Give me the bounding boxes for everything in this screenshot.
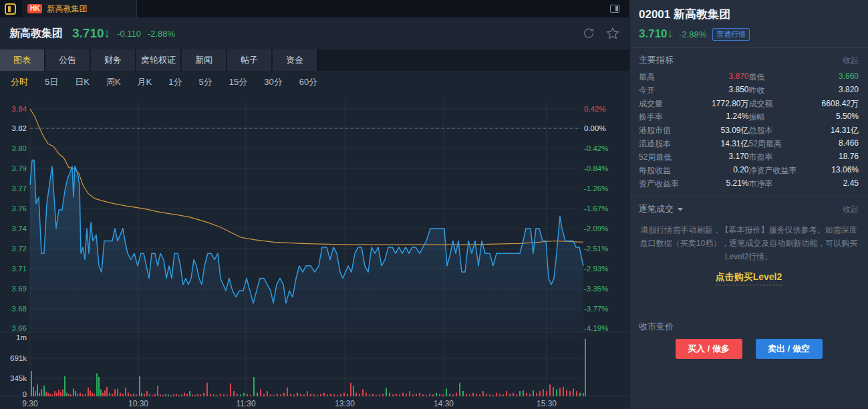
volume-bar xyxy=(39,393,40,396)
period-tab-1[interactable]: 5日 xyxy=(45,76,58,88)
volume-bar xyxy=(432,394,434,396)
indicator-label: 振幅 xyxy=(749,112,765,123)
period-tab-2[interactable]: 日K xyxy=(75,76,90,88)
volume-bar xyxy=(419,393,420,396)
volume-bar xyxy=(88,388,89,396)
volume-bar xyxy=(194,395,196,396)
volume-bar xyxy=(343,393,345,396)
tab-6[interactable]: 资金 xyxy=(273,49,317,71)
volume-bar xyxy=(566,390,567,396)
volume-bar xyxy=(323,393,325,396)
volume-bar xyxy=(51,394,53,396)
volume-bar xyxy=(516,394,517,396)
buy-long-button[interactable]: 买入 / 做多 xyxy=(676,339,742,359)
volume-bar xyxy=(66,393,67,396)
indicator-label: 52周最低 xyxy=(639,152,672,163)
volume-bar xyxy=(297,393,298,396)
volume-bar xyxy=(402,393,404,396)
volume-bar xyxy=(122,394,124,396)
percent-axis-label: 0.00% xyxy=(584,124,606,132)
period-tab-3[interactable]: 周K xyxy=(106,76,121,88)
tab-2[interactable]: 财务 xyxy=(91,49,135,71)
panel-change-percent: -2.88% xyxy=(679,29,706,39)
volume-bar xyxy=(583,393,584,396)
quote-level-badge[interactable]: 普通行情 xyxy=(712,28,750,41)
tab-1[interactable]: 公告 xyxy=(45,49,90,71)
period-tab-0[interactable]: 分时 xyxy=(11,76,28,88)
volume-bar xyxy=(192,394,193,396)
volume-bar xyxy=(165,394,166,396)
tab-3[interactable]: 窝轮权证 xyxy=(136,49,180,71)
period-tabs: 分时5日日K周K月K1分5分15分30分60分 xyxy=(0,71,629,94)
favorite-star-icon[interactable] xyxy=(606,27,619,40)
period-tab-4[interactable]: 月K xyxy=(138,76,152,88)
tab-0[interactable]: 图表 xyxy=(0,49,44,71)
collapse-ticks-button[interactable]: 收起 xyxy=(843,204,859,215)
volume-bar xyxy=(176,394,177,396)
volume-bar xyxy=(519,391,521,396)
volume-bar xyxy=(389,393,390,396)
volume-bar xyxy=(181,394,182,396)
volume-bar xyxy=(412,394,414,396)
indicator-row: 52周最低3.170市盈率18.76 xyxy=(639,150,859,164)
indicator-value: 6608.42万 xyxy=(822,98,859,110)
period-tab-6[interactable]: 5分 xyxy=(198,76,212,88)
price-axis-label: 3.72 xyxy=(12,245,27,253)
average-price-line xyxy=(30,109,583,245)
volume-bar xyxy=(253,377,255,396)
volume-bar xyxy=(563,387,564,396)
volume-bar xyxy=(340,394,341,396)
sidebar-toggle-icon[interactable] xyxy=(5,3,16,15)
indicator-value: 1.24% xyxy=(726,112,748,123)
price-area-fill xyxy=(30,160,583,332)
percent-axis-label: -0.42% xyxy=(584,144,608,152)
volume-bar xyxy=(70,394,71,396)
indicator-label: 换手率 xyxy=(639,112,663,123)
indicator-label: 资产收益率 xyxy=(639,178,679,190)
panel-toggle-icon[interactable] xyxy=(610,5,619,13)
tab-4[interactable]: 新闻 xyxy=(182,49,226,71)
stock-tab-label: 新高教集团 xyxy=(47,3,87,15)
sell-short-button[interactable]: 卖出 / 做空 xyxy=(756,339,823,359)
indicator-row: 成交量1772.80万成交额6608.42万 xyxy=(639,97,859,110)
volume-bar xyxy=(144,394,145,396)
function-tabs: 图表公告财务窝轮权证新闻帖子资金 xyxy=(0,49,629,71)
period-tab-8[interactable]: 30分 xyxy=(264,76,282,88)
collapse-indicators-button[interactable]: 收起 xyxy=(843,55,859,66)
intraday-chart[interactable]: 3.843.823.803.793.773.763.743.723.713.69… xyxy=(0,94,629,409)
volume-bar xyxy=(399,394,400,396)
volume-bar xyxy=(533,390,534,396)
period-tab-7[interactable]: 15分 xyxy=(229,76,247,88)
volume-bar xyxy=(452,394,454,396)
volume-bar xyxy=(327,394,328,396)
volume-bar xyxy=(502,394,504,396)
volume-bar xyxy=(422,394,424,396)
tab-5[interactable]: 帖子 xyxy=(227,49,271,71)
period-tab-5[interactable]: 1分 xyxy=(168,76,182,88)
volume-bar xyxy=(436,393,437,396)
volume-bar xyxy=(41,389,42,396)
volume-bar xyxy=(136,394,137,396)
indicator-row: 最高3.870最低3.660 xyxy=(639,70,859,84)
volume-bar xyxy=(227,395,228,396)
volume-bar xyxy=(337,395,338,396)
period-tab-9[interactable]: 60分 xyxy=(299,76,317,88)
stock-name: 新高教集团 xyxy=(9,27,63,41)
tick-trades-dropdown[interactable]: 逐笔成交 xyxy=(639,203,683,215)
volume-bar xyxy=(186,394,188,396)
quote-header: 新高教集团 3.710↓ -0.110 -2.88% xyxy=(0,17,629,49)
indicator-table: 最高3.870最低3.660今开3.850昨收3.820成交量1772.80万成… xyxy=(629,69,868,190)
volume-bar xyxy=(149,394,150,396)
volume-bar xyxy=(200,394,201,396)
volume-bar xyxy=(472,393,474,396)
volume-bar xyxy=(117,389,118,396)
stock-tab[interactable]: HK 新高教集团 xyxy=(22,0,137,17)
volume-bar xyxy=(178,395,180,396)
volume-bar xyxy=(154,394,156,396)
volume-bar xyxy=(372,394,374,396)
volume-bar xyxy=(85,394,86,396)
price-axis-label: 3.82 xyxy=(12,124,27,132)
refresh-icon[interactable] xyxy=(582,27,595,40)
volume-bar xyxy=(162,395,164,396)
buy-level2-link[interactable]: 点击购买Level2 xyxy=(716,271,782,285)
